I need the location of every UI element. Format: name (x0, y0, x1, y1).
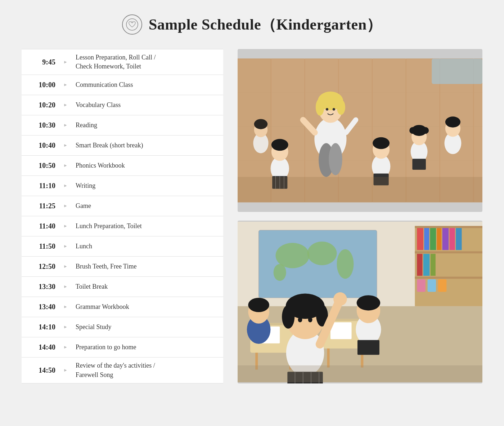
schedule-row: 10:30►Reading (22, 115, 223, 136)
svg-rect-81 (330, 322, 352, 339)
activity-cell: Lesson Preparation, Roll Call /Check Hom… (70, 49, 223, 75)
svg-rect-71 (438, 279, 446, 292)
time-arrow: ► (61, 183, 70, 188)
photo-classroom-desks (238, 221, 482, 383)
svg-rect-66 (417, 254, 422, 276)
svg-rect-45 (238, 177, 482, 202)
time-cell: 13:30 (22, 283, 61, 291)
svg-point-34 (409, 127, 416, 134)
time-cell: 11:10 (22, 182, 61, 190)
time-arrow: ► (61, 304, 70, 310)
svg-point-90 (333, 292, 347, 306)
schedule-row: 14:10►Special Study (22, 317, 223, 337)
svg-point-15 (333, 108, 335, 111)
activity-cell: Review of the day's activities /Farewell… (70, 358, 223, 383)
time-cell: 11:50 (22, 242, 61, 250)
activity-cell: Brush Teeth, Free Time (70, 258, 223, 275)
time-arrow: ► (61, 163, 70, 168)
svg-rect-70 (428, 279, 436, 292)
schedule-row: 13:30►Toilet Break (22, 277, 223, 297)
time-arrow: ► (61, 223, 70, 229)
svg-point-13 (337, 99, 345, 115)
activity-cell: Vocabulary Class (70, 97, 223, 113)
svg-rect-63 (442, 228, 449, 250)
svg-point-52 (337, 249, 354, 279)
schedule-row: 10:40►Smart Break (short break) (22, 136, 223, 156)
svg-point-14 (326, 108, 328, 111)
time-cell: 10:50 (22, 161, 61, 170)
time-arrow: ► (61, 82, 70, 88)
time-cell: 14:10 (22, 323, 61, 331)
schedule-row: 12:50►Brush Teeth, Free Time (22, 257, 223, 277)
svg-rect-43 (432, 59, 482, 84)
time-cell: 10:40 (22, 141, 61, 150)
svg-rect-67 (423, 254, 430, 276)
time-cell: 9:45 (22, 58, 61, 66)
time-arrow: ► (61, 123, 70, 128)
svg-point-12 (316, 99, 324, 116)
activity-cell: Lunch (70, 238, 223, 254)
activity-cell: Smart Break (short break) (70, 137, 223, 154)
svg-point-42 (445, 116, 460, 127)
time-arrow: ► (61, 368, 70, 373)
schedule-row: 11:10►Writing (22, 176, 223, 196)
activity-cell: Lunch Preparation, Toilet (70, 218, 223, 234)
activity-cell: Toilet Break (70, 279, 223, 295)
main-content: 9:45►Lesson Preparation, Roll Call /Chec… (22, 49, 482, 383)
time-cell: 14:50 (22, 366, 61, 374)
activity-cell: Writing (70, 178, 223, 194)
activity-cell: Grammar Workbook (70, 299, 223, 315)
time-arrow: ► (61, 244, 70, 249)
svg-point-17 (329, 143, 342, 175)
time-arrow: ► (61, 284, 70, 289)
logo-icon (122, 14, 142, 35)
svg-rect-69 (417, 279, 425, 292)
time-cell: 11:25 (22, 202, 61, 210)
svg-rect-64 (450, 228, 455, 250)
svg-rect-65 (456, 228, 462, 250)
svg-point-88 (308, 317, 312, 322)
svg-point-98 (357, 295, 381, 310)
svg-point-29 (373, 137, 390, 149)
schedule-row: 10:20►Vocabulary Class (22, 95, 223, 115)
activity-cell: Game (70, 198, 223, 214)
time-cell: 12:50 (22, 262, 61, 271)
svg-rect-60 (424, 228, 429, 250)
schedule-row: 11:25►Game (22, 196, 223, 216)
svg-rect-57 (415, 251, 482, 253)
photo-classroom-circle (238, 49, 482, 212)
time-arrow: ► (61, 264, 70, 269)
svg-point-22 (271, 139, 288, 151)
time-arrow: ► (61, 324, 70, 330)
svg-rect-59 (417, 228, 423, 250)
activity-cell: Special Study (70, 319, 223, 335)
svg-point-35 (422, 127, 429, 134)
svg-point-85 (282, 305, 294, 329)
time-cell: 10:00 (22, 81, 61, 89)
svg-rect-56 (415, 226, 482, 228)
time-cell: 10:20 (22, 101, 61, 109)
page-title: Sample Schedule（Kindergarten） (149, 14, 382, 35)
photos-panel (238, 49, 482, 383)
time-arrow: ► (61, 143, 70, 148)
svg-rect-99 (357, 340, 379, 355)
svg-rect-68 (431, 254, 436, 276)
schedule-row: 14:40►Preparation to go home (22, 337, 223, 358)
svg-point-87 (298, 317, 302, 322)
svg-rect-103 (238, 365, 482, 382)
schedule-row: 14:50►Review of the day's activities /Fa… (22, 358, 223, 383)
svg-point-102 (248, 298, 269, 312)
schedule-row: 11:40►Lunch Preparation, Toilet (22, 216, 223, 236)
schedule-row: 10:00►Communication Class (22, 75, 223, 95)
svg-point-53 (274, 264, 286, 281)
svg-point-0 (126, 19, 138, 30)
svg-point-51 (307, 241, 337, 265)
time-cell: 11:40 (22, 222, 61, 230)
activity-cell: Communication Class (70, 77, 223, 93)
schedule-table: 9:45►Lesson Preparation, Roll Call /Chec… (22, 49, 223, 383)
activity-cell: Phonics Workbook (70, 157, 223, 174)
page-header: Sample Schedule（Kindergarten） (122, 14, 382, 35)
time-cell: 10:30 (22, 121, 61, 129)
svg-rect-62 (437, 228, 441, 250)
svg-rect-58 (415, 276, 482, 279)
